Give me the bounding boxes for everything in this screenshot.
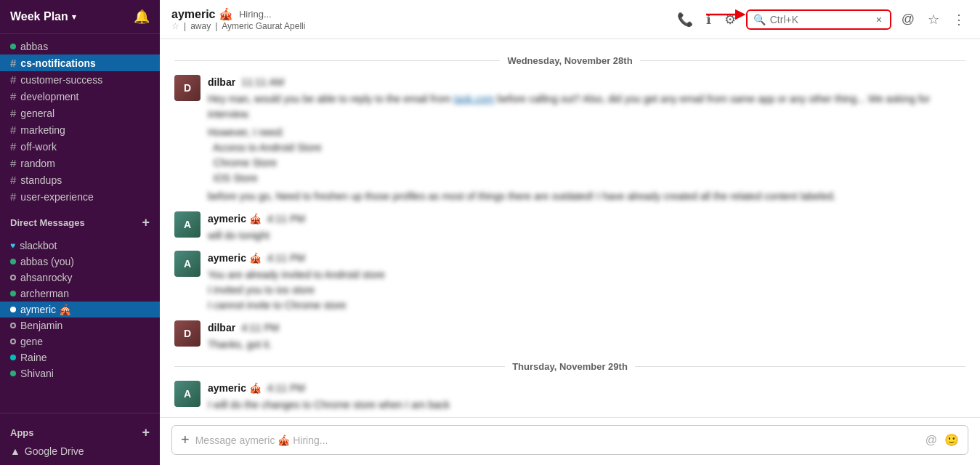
sidebar-item-cs-notifications[interactable]: # cs-notifications [0,54,160,71]
divider-line-4 [635,366,965,367]
message-content: aymeric 🎪 4:11 PM I will do the changes … [208,381,965,413]
sidebar-item-aymeric[interactable]: aymeric 🎪 [0,302,160,318]
sidebar-item-slackbot[interactable]: ♥ slackbot [0,238,160,254]
sidebar-item-standups[interactable]: # standups [0,171,160,188]
add-attachment-button[interactable]: + [181,432,190,448]
avatar: A [174,211,201,238]
message-text: will do tonight [208,228,965,243]
sidebar-bottom: Apps + ▲ Google Drive [0,413,160,465]
sidebar-item-raine[interactable]: Raine [0,349,160,365]
message-header: aymeric 🎪 4:11 PM [208,211,965,227]
sidebar-item-abbas-you[interactable]: abbas (you) [0,254,160,270]
sidebar-item-off-work[interactable]: # off-work [0,138,160,155]
google-drive-icon: ▲ [10,445,20,457]
date-divider-1: Wednesday, November 28th [174,55,965,66]
at-button[interactable]: @ [899,9,918,30]
star-icon[interactable]: ☆ [171,21,179,31]
message-group-1: D dilbar 11:11 AM Hey man, would you be … [174,75,965,204]
sidebar-item-label: off-work [20,141,57,153]
emoji-icon[interactable]: 🙂 [944,433,959,447]
search-icon: 🔍 [753,14,766,25]
search-container: 🔍 × [746,9,891,30]
sidebar-item-label: development [20,91,78,102]
add-app-button[interactable]: + [142,425,150,440]
message-input[interactable]: Message aymeric 🎪 Hiring... [195,434,920,446]
message-time: 4:11 PM [267,381,305,396]
sidebar-item-label: aymeric 🎪 [20,304,71,315]
avatar: A [174,381,201,407]
workspace-title[interactable]: Week Plan ▾ [10,10,76,23]
date-divider-2: Thursday, November 29th [174,361,965,372]
sidebar-item-label: ahsanrocky [20,272,73,283]
search-box[interactable]: 🔍 × [746,9,891,30]
avatar: D [174,320,201,347]
apps-label: Apps [10,427,34,438]
sidebar-item-shivani[interactable]: Shivani [0,365,160,381]
message-author: aymeric 🎪 [208,382,262,394]
sidebar: Week Plan ▾ 🔔 abbas # cs-notifications #… [0,0,160,465]
sidebar-item-label: gene [20,336,43,347]
hash-icon: # [10,174,16,186]
sidebar-item-label: abbas (you) [20,256,74,267]
info-button[interactable]: ℹ [703,9,714,31]
search-input[interactable] [770,14,872,25]
sidebar-item-benjamin[interactable]: Benjamin [0,318,160,333]
message-content: aymeric 🎪 4:11 PM will do tonight [208,211,965,243]
online-dot [10,291,16,296]
channel-header-right: 📞 ℹ ⚙ 🔍 × [674,9,968,31]
sidebar-item-abbas[interactable]: abbas [0,39,160,54]
workspace-chevron: ▾ [72,12,76,22]
sidebar-item-customer-success[interactable]: # customer-success [0,71,160,88]
messages-area[interactable]: Wednesday, November 28th D dilbar 11:11 … [160,39,980,417]
message-content: aymeric 🎪 4:11 PM You are already invite… [208,251,965,313]
add-dm-button[interactable]: + [142,215,150,230]
message-link[interactable]: task.com [454,93,495,105]
full-name: Aymeric Gaurat Apelli [222,21,305,31]
sidebar-item-user-experience[interactable]: # user-experience [0,188,160,205]
message-header: dilbar 11:11 AM [208,75,965,90]
hash-icon: # [10,90,16,102]
sidebar-item-label: Shivani [20,368,54,379]
hiring-badge: Hiring... [239,9,272,20]
sidebar-item-label: slackbot [20,240,57,251]
main-content: aymeric 🎪 Hiring... ☆ | away | Aymeric G… [160,0,980,465]
more-button[interactable]: ⋮ [949,9,968,31]
message-text-3: before you go, Need to freshen up those … [208,189,965,204]
sidebar-item-label: general [20,108,54,119]
search-clear-button[interactable]: × [876,14,882,25]
sidebar-item-random[interactable]: # random [0,155,160,171]
sidebar-item-development[interactable]: # development [0,88,160,105]
hash-icon: # [10,140,16,153]
hash-icon: # [10,73,16,86]
message-content: dilbar 4:11 PM Thanks, got it. [208,320,965,352]
message-text-2: However, I need: Access to Android Store… [208,125,965,186]
heart-icon: ♥ [10,240,15,251]
sidebar-item-ahsanrocky[interactable]: ahsanrocky [0,270,160,286]
sidebar-item-label: archerman [20,288,69,299]
sidebar-item-gene[interactable]: gene [0,333,160,349]
channel-header: aymeric 🎪 Hiring... ☆ | away | Aymeric G… [160,0,980,39]
call-button[interactable]: 📞 [674,9,696,31]
message-text: You are already invited to Android store… [208,267,965,313]
hash-icon: # [10,107,16,119]
message-header: aymeric 🎪 4:11 PM [208,251,965,266]
offline-dot [10,275,16,280]
bell-icon[interactable]: 🔔 [134,9,150,25]
dm-section-header: Direct Messages + [0,209,160,233]
sidebar-item-google-drive[interactable]: ▲ Google Drive [0,443,160,459]
sidebar-item-marketing[interactable]: # marketing [0,121,160,138]
message-input-area: + Message aymeric 🎪 Hiring... @ 🙂 [160,417,980,465]
sidebar-item-label: abbas [20,41,48,52]
sidebar-item-archerman[interactable]: archerman [0,286,160,302]
message-text: Thanks, got it. [208,337,965,352]
settings-button[interactable]: ⚙ [721,9,739,31]
divider2: | [215,21,217,31]
away-status: away [190,21,211,31]
star-button[interactable]: ☆ [925,9,942,31]
sidebar-item-label: cs-notifications [20,57,95,69]
workspace-header: Week Plan ▾ 🔔 [0,0,160,34]
hash-icon: # [10,57,16,69]
at-input-icon[interactable]: @ [926,434,937,447]
sidebar-item-general[interactable]: # general [0,105,160,121]
divider-line [174,60,500,61]
